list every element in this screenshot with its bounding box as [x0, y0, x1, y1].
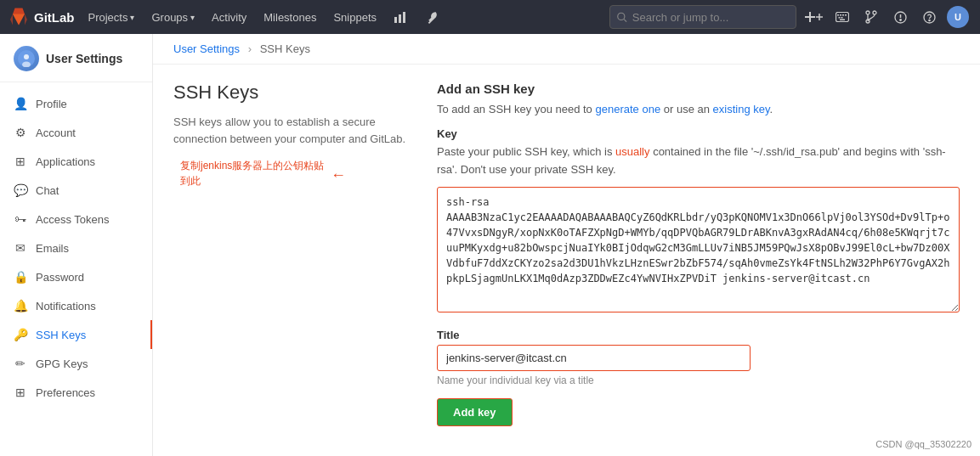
preferences-icon: ⊞ [14, 386, 27, 399]
key-label: Key [437, 127, 960, 140]
svg-rect-12 [839, 17, 841, 19]
title-input[interactable] [437, 345, 751, 371]
applications-icon: ⊞ [14, 155, 27, 168]
sidebar-item-account[interactable]: ⚙ Account [0, 118, 152, 147]
profile-icon: 👤 [14, 97, 27, 110]
svg-point-16 [873, 11, 876, 14]
account-icon: ⚙ [14, 126, 27, 139]
sidebar-item-gpg-keys[interactable]: ✏ GPG Keys [0, 349, 152, 378]
svg-point-3 [618, 13, 625, 20]
title-row: Title Name your individual key via a tit… [437, 329, 960, 386]
nav-wrench-icon[interactable] [417, 0, 445, 34]
sidebar-item-notifications[interactable]: 🔔 Notifications [0, 291, 152, 320]
chevron-down-icon: ▾ [190, 13, 195, 22]
svg-rect-10 [842, 14, 844, 16]
svg-rect-11 [845, 14, 847, 16]
help-icon-btn[interactable] [915, 3, 943, 31]
main-content: User Settings › SSH Keys SSH Keys SSH ke… [153, 34, 980, 456]
sidebar-header: User Settings [0, 34, 152, 82]
password-icon: 🔒 [14, 270, 27, 284]
page-title: SSH Keys [173, 82, 411, 104]
svg-point-22 [928, 20, 929, 20]
annotation-arrow: ← [331, 166, 346, 184]
right-section: Add an SSH key To add an SSH key you nee… [428, 82, 960, 426]
search-icon [617, 12, 627, 23]
ssh-keys-icon: 🔑 [14, 328, 27, 341]
gpg-keys-icon: ✏ [14, 357, 27, 370]
annotation-text: 复制jenkins服务器上的公钥粘贴到此 [180, 158, 333, 189]
nav-snippets[interactable]: Snippets [326, 0, 383, 34]
notifications-icon: 🔔 [14, 299, 27, 312]
nav-projects[interactable]: Projects ▾ [82, 0, 142, 34]
sidebar-item-password[interactable]: 🔒 Password [0, 262, 152, 291]
sidebar-item-emails[interactable]: ✉ Emails [0, 234, 152, 262]
page-description: SSH keys allow you to establish a secure… [173, 114, 411, 147]
watermark: CSDN @qq_35302220 [875, 439, 972, 449]
sidebar-navigation: 👤 Profile ⚙ Account ⊞ Applications 💬 Cha… [0, 82, 152, 414]
breadcrumb-current: SSH Keys [260, 42, 310, 55]
svg-rect-6 [805, 16, 815, 18]
avatar: U [947, 6, 969, 28]
sidebar-item-chat[interactable]: 💬 Chat [0, 176, 152, 205]
svg-rect-2 [403, 12, 405, 23]
nav-groups[interactable]: Groups ▾ [144, 0, 201, 34]
content-area: SSH Keys SSH keys allow you to establish… [153, 65, 980, 443]
sidebar-item-access-tokens[interactable]: 🗝 Access Tokens [0, 205, 152, 234]
add-key-button[interactable]: Add key [437, 398, 513, 426]
emails-icon: ✉ [14, 241, 27, 255]
title-label: Title [437, 329, 960, 341]
sidebar-item-preferences[interactable]: ⊞ Preferences [0, 378, 152, 407]
ssh-key-textarea[interactable] [437, 187, 960, 312]
add-section-title: Add an SSH key [437, 82, 960, 96]
merge-request-icon-btn[interactable] [858, 3, 885, 31]
breadcrumb-separator: › [248, 42, 252, 55]
search-input[interactable] [632, 11, 789, 24]
breadcrumb-parent-link[interactable]: User Settings [173, 42, 240, 55]
svg-point-15 [866, 11, 870, 14]
svg-line-4 [624, 19, 626, 21]
access-tokens-icon: 🗝 [14, 212, 27, 226]
search-bar[interactable] [609, 5, 796, 29]
chat-icon: 💬 [14, 183, 27, 197]
breadcrumb: User Settings › SSH Keys [153, 34, 980, 65]
top-navbar: GitLab Projects ▾ Groups ▾ Activity Mile… [0, 0, 980, 34]
user-avatar-btn[interactable]: U [944, 3, 972, 31]
keyboard-icon-btn[interactable] [829, 3, 856, 31]
generate-one-link[interactable]: generate one [595, 103, 660, 115]
nav-action-icons: U [800, 3, 972, 31]
nav-chart-icon[interactable] [387, 0, 414, 34]
sidebar-item-applications[interactable]: ⊞ Applications [0, 147, 152, 176]
svg-rect-14 [840, 20, 845, 21]
nav-activity[interactable]: Activity [205, 0, 253, 34]
svg-rect-1 [399, 14, 401, 23]
sidebar-item-ssh-keys[interactable]: 🔑 SSH Keys [0, 320, 152, 349]
sidebar-logo-icon [14, 46, 39, 71]
plus-icon-btn[interactable] [800, 3, 827, 31]
page-container: User Settings 👤 Profile ⚙ Account ⊞ Appl… [0, 34, 980, 456]
issues-icon-btn[interactable] [887, 3, 914, 31]
svg-rect-8 [837, 14, 839, 16]
svg-point-24 [24, 54, 29, 59]
left-section: SSH Keys SSH keys allow you to establish… [173, 82, 428, 426]
svg-rect-13 [841, 17, 843, 19]
brand-name: GitLab [34, 10, 75, 25]
chevron-down-icon: ▾ [130, 13, 134, 22]
svg-rect-0 [394, 17, 397, 23]
sidebar-item-profile[interactable]: 👤 Profile [0, 89, 152, 118]
add-section-description: To add an SSH key you need to generate o… [437, 101, 960, 119]
existing-key-link[interactable]: existing key [713, 103, 770, 115]
svg-rect-9 [840, 14, 841, 16]
nav-milestones[interactable]: Milestones [257, 0, 323, 34]
brand-logo[interactable]: GitLab [8, 7, 75, 27]
key-description: Paste your public SSH key, which is usua… [437, 144, 960, 179]
sidebar-title: User Settings [46, 52, 122, 65]
svg-point-20 [899, 19, 901, 20]
title-hint: Name your individual key via a title [437, 374, 960, 386]
sidebar: User Settings 👤 Profile ⚙ Account ⊞ Appl… [0, 34, 153, 456]
